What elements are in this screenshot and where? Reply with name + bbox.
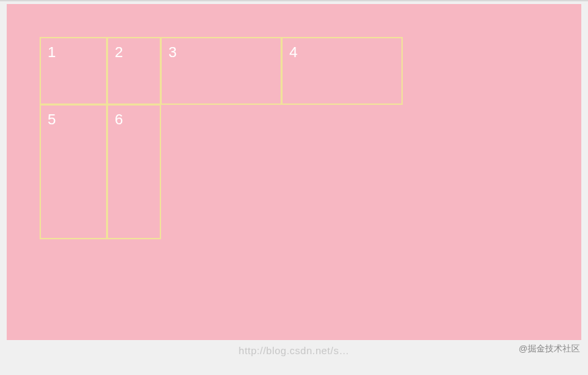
watermark-attribution: @掘金技术社区 (519, 343, 580, 355)
grid-canvas: 1 2 3 4 5 6 (7, 4, 581, 340)
cell-2: 2 (107, 37, 161, 105)
grid-container: 1 2 3 4 5 6 (40, 38, 581, 239)
cell-5: 5 (40, 104, 107, 239)
watermark-url: http://blog.csdn.net/s… (239, 345, 350, 356)
page-top-border (0, 0, 588, 1)
cell-3: 3 (160, 37, 282, 105)
cell-6: 6 (107, 104, 161, 239)
cell-1: 1 (40, 37, 107, 105)
cell-4: 4 (281, 37, 403, 105)
